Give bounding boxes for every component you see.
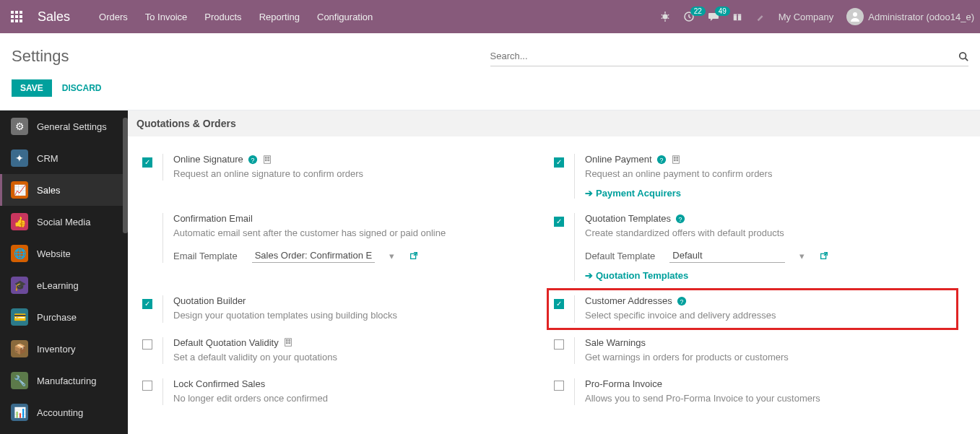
svg-rect-27	[268, 157, 269, 158]
sidebar-item-website[interactable]: 🌐Website	[0, 238, 128, 269]
field-email-template[interactable]: Sales Order: Confirmation E	[252, 248, 376, 263]
checkbox-quotation-builder[interactable]	[142, 299, 152, 309]
setting-confirmation-email: Confirmation Email Automatic email sent …	[142, 206, 554, 288]
navbar: Sales Orders To Invoice Products Reporti…	[0, 0, 980, 33]
messages-icon[interactable]: 49	[708, 11, 719, 22]
checkbox-proforma[interactable]	[554, 381, 564, 391]
tools-icon[interactable]	[755, 12, 766, 22]
dropdown-caret-icon[interactable]: ▾	[389, 251, 394, 261]
link-payment-acquirers[interactable]: ➔ Payment Acquirers	[585, 188, 681, 199]
avatar	[846, 8, 864, 25]
menu-orders[interactable]: Orders	[99, 12, 128, 22]
sidebar-item-crm[interactable]: ✦CRM	[0, 142, 128, 174]
help-icon[interactable]: ?	[656, 155, 667, 165]
setting-quotation-templates: Quotation Templates ? Create standardize…	[554, 206, 966, 288]
sidebar-item-general-settings[interactable]: ⚙General Settings	[0, 110, 128, 142]
sidebar-item-label: Inventory	[37, 344, 75, 355]
activities-icon[interactable]: 22	[683, 11, 695, 22]
enterprise-icon[interactable]	[262, 155, 272, 165]
setting-sale-warnings: Sale Warnings Get warnings in orders for…	[554, 330, 966, 371]
scrollbar-thumb[interactable]	[123, 118, 128, 233]
setting-quotation-builder: Quotation Builder Design your quotation …	[142, 288, 554, 329]
checkbox-online-signature[interactable]	[142, 157, 152, 168]
setting-desc: Automatic email sent after the customer …	[173, 227, 539, 240]
setting-online-payment: Online Payment ? Request an online payme…	[554, 147, 966, 206]
checkbox-default-validity[interactable]	[142, 339, 152, 350]
module-icon: 📦	[11, 340, 28, 357]
setting-default-validity: Default Quotation Validity Set a default…	[142, 330, 554, 371]
enterprise-icon[interactable]	[671, 155, 681, 165]
help-icon[interactable]: ?	[248, 155, 258, 165]
setting-title-label: Online Signature	[173, 154, 243, 165]
search-icon[interactable]	[958, 51, 968, 61]
setting-desc: Request an online signature to confirm o…	[173, 168, 539, 181]
discard-button[interactable]: DISCARD	[62, 83, 102, 93]
svg-point-21	[960, 52, 966, 58]
gift-icon[interactable]	[732, 12, 742, 22]
settings-grid: Online Signature ? Request an online sig…	[142, 147, 966, 412]
setting-desc: Get warnings in orders for products or c…	[585, 351, 951, 364]
setting-title-label: Sale Warnings	[585, 337, 646, 348]
apps-icon[interactable]	[6, 6, 27, 27]
sidebar-item-purchase[interactable]: 💳Purchase	[0, 301, 128, 333]
svg-rect-45	[289, 340, 290, 342]
module-icon: 🎓	[11, 277, 28, 294]
menu-products[interactable]: Products	[204, 12, 241, 22]
sidebar-item-payroll[interactable]: 💰Payroll	[0, 428, 128, 434]
svg-line-13	[667, 14, 669, 15]
svg-line-15	[667, 18, 669, 19]
activities-badge: 22	[690, 6, 706, 16]
user-menu[interactable]: Administrator (odoo14_e)	[846, 8, 974, 25]
module-icon: 📈	[11, 181, 28, 199]
sidebar-item-label: Purchase	[37, 312, 77, 323]
svg-rect-35	[674, 160, 675, 161]
save-button[interactable]: SAVE	[12, 79, 52, 97]
help-icon[interactable]: ?	[675, 214, 685, 224]
checkbox-online-payment[interactable]	[554, 157, 564, 168]
field-default-template[interactable]: Default	[669, 248, 785, 263]
settings-content: Quotations & Orders Online Signature ? R…	[128, 110, 980, 434]
sidebar-item-elearning[interactable]: 🎓eLearning	[0, 269, 128, 301]
sidebar-item-sales[interactable]: 📈Sales	[0, 174, 128, 206]
sidebar-item-manufacturing[interactable]: 🔧Manufacturing	[0, 365, 128, 396]
dropdown-caret-icon[interactable]: ▾	[799, 251, 805, 261]
svg-rect-36	[676, 160, 677, 161]
search-box[interactable]	[490, 46, 969, 66]
sidebar-item-label: Manufacturing	[37, 376, 96, 386]
setting-desc: Request an online payment to confirm ord…	[585, 168, 951, 181]
svg-line-12	[661, 14, 662, 15]
main: ⚙General Settings✦CRM📈Sales👍Social Media…	[0, 110, 980, 434]
module-icon: ✦	[11, 149, 28, 167]
svg-rect-26	[265, 157, 266, 158]
sidebar-item-inventory[interactable]: 📦Inventory	[0, 333, 128, 365]
setting-proforma: Pro-Forma Invoice Allows you to send Pro…	[554, 371, 966, 412]
sidebar-item-label: Website	[37, 248, 71, 259]
debug-icon[interactable]	[660, 12, 670, 22]
sidebar-item-accounting[interactable]: 📊Accounting	[0, 396, 128, 428]
checkbox-lock-confirmed[interactable]	[142, 381, 152, 391]
menu-configuration[interactable]: Configuration	[317, 12, 373, 22]
search-input[interactable]	[490, 48, 959, 64]
svg-rect-1	[15, 11, 18, 14]
external-link-icon[interactable]	[819, 251, 829, 261]
checkbox-sale-warnings[interactable]	[554, 339, 564, 350]
svg-rect-28	[265, 160, 266, 161]
setting-desc: Create standardized offers with default …	[585, 227, 951, 240]
checkbox-quotation-templates[interactable]	[554, 217, 564, 227]
page-title: Settings	[12, 47, 490, 66]
sidebar-item-social-media[interactable]: 👍Social Media	[0, 206, 128, 238]
brand-title[interactable]: Sales	[38, 9, 70, 25]
svg-text:?: ?	[251, 156, 254, 163]
setting-title-label: Confirmation Email	[173, 213, 253, 224]
svg-rect-46	[286, 342, 287, 344]
link-quotation-templates[interactable]: ➔ Quotation Templates	[585, 270, 688, 281]
main-menu: Orders To Invoice Products Reporting Con…	[99, 12, 373, 22]
svg-rect-5	[19, 15, 22, 18]
company-switcher[interactable]: My Company	[779, 12, 834, 22]
external-link-icon[interactable]	[409, 251, 419, 261]
menu-reporting[interactable]: Reporting	[259, 12, 300, 22]
enterprise-icon[interactable]	[283, 337, 293, 347]
svg-rect-33	[674, 157, 675, 158]
menu-to-invoice[interactable]: To Invoice	[145, 12, 188, 22]
sidebar-item-label: Social Media	[37, 217, 90, 227]
